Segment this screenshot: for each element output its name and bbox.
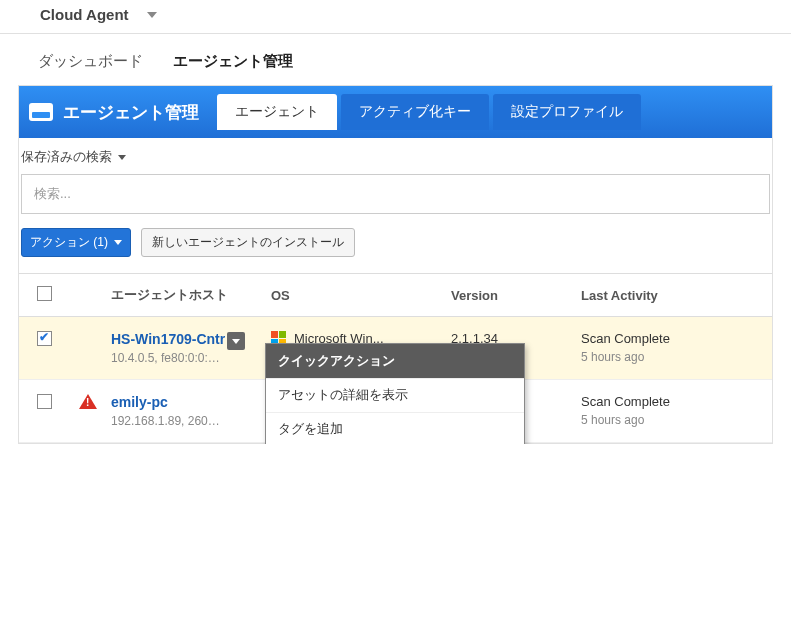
actions-button-label: アクション (1) (30, 234, 108, 251)
subtab-agents[interactable]: エージェント (217, 94, 337, 130)
menu-item-add-tag[interactable]: タグを追加 (266, 412, 524, 444)
table-row[interactable]: HS-Win1709-Cntr 10.4.0.5, fe80:0:0:… Mic… (19, 317, 772, 380)
activity-time: 5 hours ago (581, 350, 772, 364)
col-header-os[interactable]: OS (271, 288, 451, 303)
row-actions-button[interactable] (227, 332, 245, 350)
tab-agent-management[interactable]: エージェント管理 (173, 52, 293, 71)
app-selector-label[interactable]: Cloud Agent (40, 6, 129, 23)
caret-down-icon (114, 240, 122, 245)
caret-down-icon (118, 155, 126, 160)
saved-searches-label: 保存済みの検索 (21, 148, 112, 166)
row-checkbox[interactable] (37, 394, 52, 409)
chevron-down-icon[interactable] (147, 12, 157, 18)
col-header-activity[interactable]: Last Activity (581, 288, 772, 303)
warning-icon (79, 394, 97, 409)
actions-button[interactable]: アクション (1) (21, 228, 131, 257)
tab-dashboard[interactable]: ダッシュボード (38, 52, 143, 71)
search-input[interactable]: 検索... (21, 174, 770, 214)
subtab-config-profile[interactable]: 設定プロファイル (493, 94, 641, 130)
saved-searches-dropdown[interactable]: 保存済みの検索 (19, 138, 772, 174)
col-header-host[interactable]: エージェントホスト (111, 286, 271, 304)
host-ip: 192.168.1.89, 260… (111, 414, 271, 428)
host-ip: 10.4.0.5, fe80:0:0:… (111, 351, 225, 365)
host-link[interactable]: HS-Win1709-Cntr (111, 331, 225, 347)
activity-time: 5 hours ago (581, 413, 772, 427)
menu-header: クイックアクション (266, 344, 524, 378)
host-link[interactable]: emily-pc (111, 394, 271, 410)
activity-label: Scan Complete (581, 394, 772, 409)
col-header-version[interactable]: Version (451, 288, 581, 303)
subtab-activation-key[interactable]: アクティブ化キー (341, 94, 489, 130)
drive-icon (29, 103, 53, 121)
activity-label: Scan Complete (581, 331, 772, 346)
row-checkbox[interactable] (37, 331, 52, 346)
select-all-checkbox[interactable] (37, 286, 52, 301)
quick-actions-menu: クイックアクション アセットの詳細を表示 タグを追加 設定プロファイルを割り当て… (265, 343, 525, 444)
install-agent-button[interactable]: 新しいエージェントのインストール (141, 228, 355, 257)
menu-item-asset-details[interactable]: アセットの詳細を表示 (266, 378, 524, 412)
panel-title: エージェント管理 (63, 101, 199, 124)
